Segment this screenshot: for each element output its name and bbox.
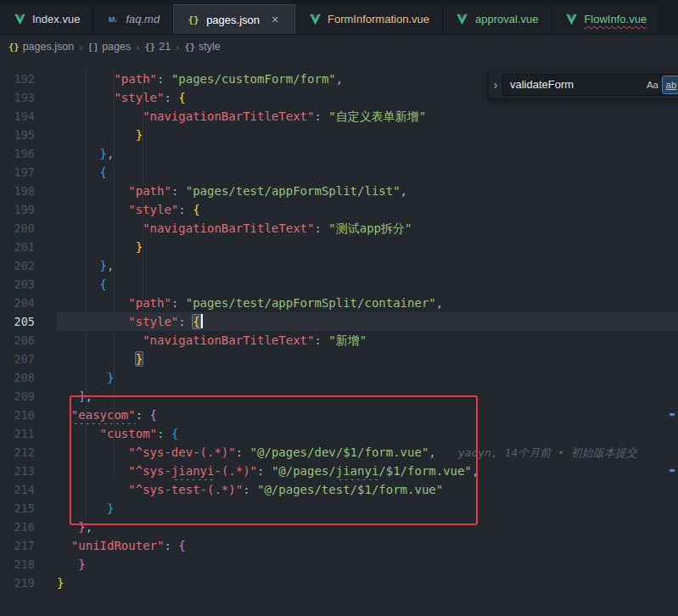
code-text: "easycom": { [57,406,678,424]
code-line-211[interactable]: 211 "custom": { [0,424,678,443]
code-line-215[interactable]: 215 } [0,499,678,518]
code-text: "uniIdRouter": { [57,536,678,555]
tab-flowinfo-vue[interactable]: FlowInfo.vue [552,4,660,34]
find-replace-toggle: › [494,77,498,92]
code-token: } [100,259,107,272]
match-case-button[interactable]: Aa [644,76,661,93]
code-token: : [178,315,193,328]
code-token: "pages/customForm/form" [171,72,336,86]
code-token: } [107,371,114,384]
fold-gutter [38,144,57,163]
code-line-207[interactable]: 207 } [0,350,678,368]
code-token: } [107,501,114,515]
tab-pages-json[interactable]: {}pages.json× [173,4,295,34]
code-line-209[interactable]: 209 ], [0,387,678,406]
code-text: "path": "pages/test/appFormSplit/contain… [57,294,678,312]
code-token [57,296,128,310]
code-line-194[interactable]: 194 "navigationBarTitleText": "自定义表单新增" [0,107,678,126]
code-token [57,184,128,198]
tab-index-vue[interactable]: Index.vue [0,4,93,34]
code-token [57,240,136,254]
code-line-199[interactable]: 199 "style": { [0,200,678,219]
fold-gutter [38,536,57,555]
editor[interactable]: 192 "path": "pages/customForm/form",193 … [0,58,678,616]
code-line-200[interactable]: 200 "navigationBarTitleText": "测试app拆分" [0,219,678,238]
code-token: "@/pages/dev/$1/form.vue" [250,445,429,459]
line-number: 198 [0,182,38,200]
breadcrumb-item-pages-json[interactable]: {}pages.json [8,41,74,53]
code-token [57,165,100,179]
code-token: , [86,520,92,534]
vue-icon [456,14,469,25]
fold-gutter [38,88,57,107]
breadcrumb-item-21[interactable]: {}21 [145,41,171,53]
code-token [57,389,78,403]
vue-icon [13,14,26,25]
tab-forminformation-vue[interactable]: FormInformation.vue [295,4,443,34]
tab-close-button[interactable]: × [268,13,282,26]
breadcrumb-item-style[interactable]: {}style [184,41,220,53]
code-token: "path" [128,296,171,310]
vue-icon [564,14,578,25]
code-token [57,277,100,291]
code-line-206[interactable]: 206 "navigationBarTitleText": "新增" [0,331,678,350]
find-input[interactable]: validateForm Aa ab .* [502,74,678,96]
tab-approval-vue[interactable]: approval.vue [443,4,552,34]
fold-gutter [38,312,57,331]
markdown-icon: M↓ [106,15,120,24]
code-token: } [57,576,64,590]
code-token: } [100,147,107,160]
code-line-219[interactable]: 219} [0,574,678,592]
code-token: { [100,277,107,291]
code-token [57,557,78,571]
code-line-203[interactable]: 203 { [0,275,678,294]
code-line-202[interactable]: 202 }, [0,256,678,275]
code-line-218[interactable]: 218 } [0,555,678,574]
code-token: : [171,296,186,310]
code-line-198[interactable]: 198 "path": "pages/test/appFormSplit/lis… [0,182,678,200]
line-number: 216 [0,518,38,536]
code-token: { [178,539,185,552]
line-number: 194 [0,107,38,126]
code-line-214[interactable]: 214 "^sys-test-(.*)": "@/pages/test/$1/f… [0,480,678,499]
code-token [57,445,128,459]
code-line-217[interactable]: 217 "uniIdRouter": { [0,536,678,555]
symbol-array-icon: [] [87,42,98,52]
code-line-212[interactable]: 212 "^sys-dev-(.*)": "@/pages/dev/$1/for… [0,443,678,462]
code-token: , [436,296,443,310]
line-number: 212 [0,443,38,462]
fold-gutter [38,70,57,88]
code-line-204[interactable]: 204 "path": "pages/test/appFormSplit/con… [0,294,678,312]
code-line-197[interactable]: 197 { [0,163,678,182]
code-token [57,109,143,123]
code-line-216[interactable]: 216 }, [0,518,678,536]
code-token [57,520,78,534]
code-token [57,539,71,552]
fold-gutter [38,200,57,219]
line-number: 207 [0,350,38,368]
chevron-right-icon[interactable]: › [489,70,502,98]
code-token [57,352,136,366]
code-token: "style" [128,203,178,216]
breadcrumb-item-pages[interactable]: []pages [87,41,131,53]
code-token: , [86,389,92,403]
whole-word-button[interactable]: ab [663,76,678,93]
code-line-195[interactable]: 195 } [0,126,678,144]
vscode-window: Index.vueM↓faq.md{}pages.json×FormInform… [0,0,678,616]
code-text: "^sys-test-(.*)": "@/pages/test/$1/form.… [57,480,678,499]
code-token [57,221,143,235]
code-token [57,91,114,104]
fold-gutter [38,238,57,256]
code-line-210[interactable]: 210 "easycom": { [0,406,678,424]
code-token: { [193,315,199,328]
code-token: "pages/test/appFormSplit/list" [186,184,401,198]
code-line-208[interactable]: 208 } [0,368,678,387]
code-line-196[interactable]: 196 }, [0,144,678,163]
code-line-213[interactable]: 213 "^sys-jianyi-(.*)": "@/pages/jianyi/… [0,462,678,480]
code-token: : [314,221,328,235]
code-line-205[interactable]: 205 "style": { [0,312,678,331]
json-file-icon: {} [8,42,20,52]
code-line-201[interactable]: 201 } [0,238,678,256]
tab-faq-md[interactable]: M↓faq.md [93,4,173,34]
code-token: ] [78,389,85,403]
